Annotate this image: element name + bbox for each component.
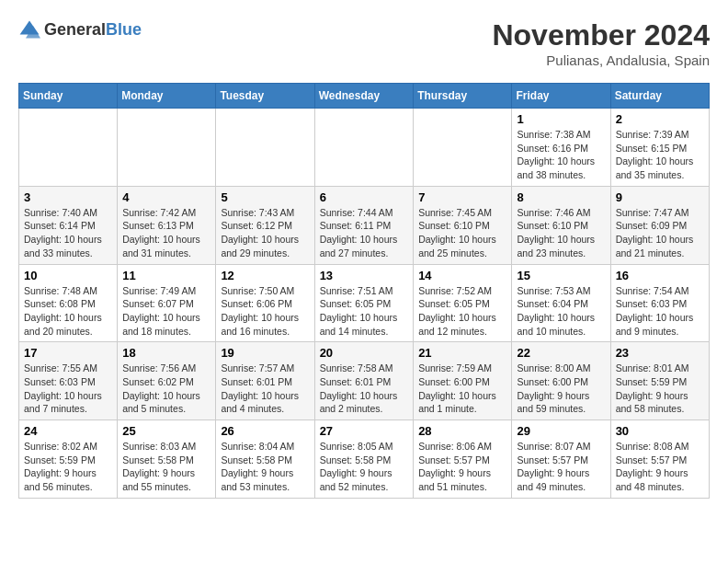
calendar-week-row: 24Sunrise: 8:02 AM Sunset: 5:59 PM Dayli… [19, 420, 710, 499]
calendar-cell: 26Sunrise: 8:04 AM Sunset: 5:58 PM Dayli… [216, 420, 314, 499]
day-number: 17 [24, 346, 112, 360]
day-number: 20 [320, 346, 409, 360]
day-number: 11 [122, 269, 210, 282]
calendar-cell: 2Sunrise: 7:39 AM Sunset: 6:15 PM Daylig… [610, 109, 709, 187]
day-info: Sunrise: 7:59 AM Sunset: 6:00 PM Dayligh… [418, 362, 506, 416]
calendar-cell: 4Sunrise: 7:42 AM Sunset: 6:13 PM Daylig… [118, 186, 216, 264]
day-number: 19 [221, 346, 309, 360]
day-info: Sunrise: 7:50 AM Sunset: 6:06 PM Dayligh… [221, 284, 309, 339]
calendar-cell: 19Sunrise: 7:57 AM Sunset: 6:01 PM Dayli… [216, 342, 314, 420]
day-info: Sunrise: 7:43 AM Sunset: 6:12 PM Dayligh… [221, 206, 309, 260]
day-info: Sunrise: 8:03 AM Sunset: 5:58 PM Dayligh… [122, 440, 210, 494]
day-header-tuesday: Tuesday [216, 84, 314, 109]
calendar-cell: 27Sunrise: 8:05 AM Sunset: 5:58 PM Dayli… [314, 420, 414, 499]
calendar-table: SundayMondayTuesdayWednesdayThursdayFrid… [18, 83, 710, 499]
calendar-week-row: 3Sunrise: 7:40 AM Sunset: 6:14 PM Daylig… [19, 186, 710, 264]
calendar-cell: 10Sunrise: 7:48 AM Sunset: 6:08 PM Dayli… [19, 264, 118, 342]
page-header: GeneralBlue November 2024 Pulianas, Anda… [18, 18, 710, 68]
day-number: 28 [418, 424, 506, 438]
day-info: Sunrise: 8:01 AM Sunset: 5:59 PM Dayligh… [616, 362, 704, 416]
day-number: 8 [517, 190, 605, 204]
title-section: November 2024 Pulianas, Andalusia, Spain [492, 18, 710, 68]
calendar-cell: 1Sunrise: 7:38 AM Sunset: 6:16 PM Daylig… [512, 109, 610, 187]
day-number: 25 [122, 424, 210, 438]
day-number: 13 [320, 269, 409, 282]
day-info: Sunrise: 7:58 AM Sunset: 6:01 PM Dayligh… [320, 362, 409, 416]
day-header-thursday: Thursday [414, 84, 512, 109]
calendar-cell: 17Sunrise: 7:55 AM Sunset: 6:03 PM Dayli… [19, 342, 118, 420]
day-info: Sunrise: 7:57 AM Sunset: 6:01 PM Dayligh… [221, 362, 309, 416]
day-info: Sunrise: 7:51 AM Sunset: 6:05 PM Dayligh… [320, 284, 409, 339]
calendar-cell: 14Sunrise: 7:52 AM Sunset: 6:05 PM Dayli… [414, 264, 512, 342]
day-info: Sunrise: 7:39 AM Sunset: 6:15 PM Dayligh… [616, 128, 704, 182]
calendar-cell: 24Sunrise: 8:02 AM Sunset: 5:59 PM Dayli… [19, 420, 118, 499]
day-number: 30 [616, 424, 704, 438]
day-header-sunday: Sunday [19, 84, 118, 109]
day-number: 1 [517, 112, 605, 126]
calendar-cell [19, 109, 118, 187]
calendar-cell: 21Sunrise: 7:59 AM Sunset: 6:00 PM Dayli… [414, 342, 512, 420]
day-number: 6 [320, 190, 409, 204]
calendar-cell: 9Sunrise: 7:47 AM Sunset: 6:09 PM Daylig… [610, 186, 709, 264]
day-number: 4 [122, 190, 210, 204]
day-number: 14 [418, 269, 506, 282]
logo: GeneralBlue [18, 18, 142, 40]
day-number: 3 [24, 190, 112, 204]
calendar-cell: 20Sunrise: 7:58 AM Sunset: 6:01 PM Dayli… [314, 342, 414, 420]
logo-blue: Blue [106, 20, 142, 39]
calendar-cell [414, 109, 512, 187]
day-number: 12 [221, 269, 309, 282]
day-info: Sunrise: 7:52 AM Sunset: 6:05 PM Dayligh… [418, 284, 506, 339]
day-number: 9 [616, 190, 704, 204]
calendar-cell: 5Sunrise: 7:43 AM Sunset: 6:12 PM Daylig… [216, 186, 314, 264]
calendar-cell: 30Sunrise: 8:08 AM Sunset: 5:57 PM Dayli… [610, 420, 709, 499]
day-number: 16 [616, 269, 704, 282]
day-number: 18 [122, 346, 210, 360]
day-number: 23 [616, 346, 704, 360]
day-info: Sunrise: 7:44 AM Sunset: 6:11 PM Dayligh… [320, 206, 409, 260]
day-number: 15 [517, 269, 605, 282]
calendar-cell: 11Sunrise: 7:49 AM Sunset: 6:07 PM Dayli… [118, 264, 216, 342]
day-header-friday: Friday [512, 84, 610, 109]
calendar-week-row: 17Sunrise: 7:55 AM Sunset: 6:03 PM Dayli… [19, 342, 710, 420]
day-info: Sunrise: 8:02 AM Sunset: 5:59 PM Dayligh… [24, 440, 112, 494]
day-info: Sunrise: 8:08 AM Sunset: 5:57 PM Dayligh… [616, 440, 704, 494]
day-info: Sunrise: 7:46 AM Sunset: 6:10 PM Dayligh… [517, 206, 605, 260]
day-info: Sunrise: 7:53 AM Sunset: 6:04 PM Dayligh… [517, 284, 605, 339]
calendar-cell: 16Sunrise: 7:54 AM Sunset: 6:03 PM Dayli… [610, 264, 709, 342]
calendar-cell: 3Sunrise: 7:40 AM Sunset: 6:14 PM Daylig… [19, 186, 118, 264]
day-info: Sunrise: 8:04 AM Sunset: 5:58 PM Dayligh… [221, 440, 309, 494]
calendar-cell: 6Sunrise: 7:44 AM Sunset: 6:11 PM Daylig… [314, 186, 414, 264]
day-info: Sunrise: 7:42 AM Sunset: 6:13 PM Dayligh… [122, 206, 210, 260]
day-number: 7 [418, 190, 506, 204]
logo-general: General [44, 20, 106, 39]
calendar-cell: 13Sunrise: 7:51 AM Sunset: 6:05 PM Dayli… [314, 264, 414, 342]
day-number: 26 [221, 424, 309, 438]
day-number: 24 [24, 424, 112, 438]
day-info: Sunrise: 7:55 AM Sunset: 6:03 PM Dayligh… [24, 362, 112, 416]
logo-text: GeneralBlue [44, 20, 142, 40]
day-info: Sunrise: 7:38 AM Sunset: 6:16 PM Dayligh… [517, 128, 605, 182]
calendar-cell [118, 109, 216, 187]
day-info: Sunrise: 7:54 AM Sunset: 6:03 PM Dayligh… [616, 284, 704, 339]
calendar-week-row: 1Sunrise: 7:38 AM Sunset: 6:16 PM Daylig… [19, 109, 710, 187]
day-info: Sunrise: 7:45 AM Sunset: 6:10 PM Dayligh… [418, 206, 506, 260]
calendar-week-row: 10Sunrise: 7:48 AM Sunset: 6:08 PM Dayli… [19, 264, 710, 342]
location: Pulianas, Andalusia, Spain [492, 52, 710, 68]
day-number: 29 [517, 424, 605, 438]
day-info: Sunrise: 7:56 AM Sunset: 6:02 PM Dayligh… [122, 362, 210, 416]
calendar-cell [216, 109, 314, 187]
calendar-header-row: SundayMondayTuesdayWednesdayThursdayFrid… [19, 84, 710, 109]
day-info: Sunrise: 7:47 AM Sunset: 6:09 PM Dayligh… [616, 206, 704, 260]
day-info: Sunrise: 7:49 AM Sunset: 6:07 PM Dayligh… [122, 284, 210, 339]
day-info: Sunrise: 8:07 AM Sunset: 5:57 PM Dayligh… [517, 440, 605, 494]
calendar-cell: 25Sunrise: 8:03 AM Sunset: 5:58 PM Dayli… [118, 420, 216, 499]
calendar-cell: 23Sunrise: 8:01 AM Sunset: 5:59 PM Dayli… [610, 342, 709, 420]
day-header-monday: Monday [118, 84, 216, 109]
month-title: November 2024 [492, 18, 710, 52]
day-number: 5 [221, 190, 309, 204]
calendar-cell: 7Sunrise: 7:45 AM Sunset: 6:10 PM Daylig… [414, 186, 512, 264]
day-number: 10 [24, 269, 112, 282]
calendar-cell: 22Sunrise: 8:00 AM Sunset: 6:00 PM Dayli… [512, 342, 610, 420]
calendar-cell: 18Sunrise: 7:56 AM Sunset: 6:02 PM Dayli… [118, 342, 216, 420]
